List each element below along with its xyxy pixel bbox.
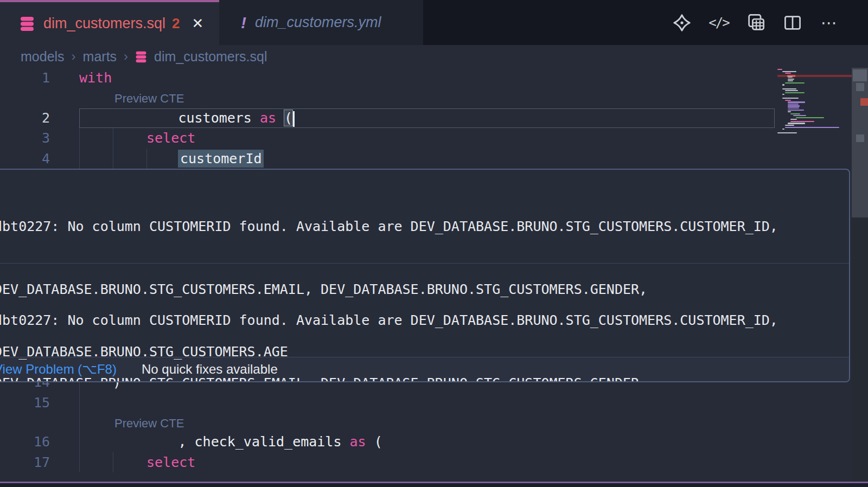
minimap-code-line (782, 98, 799, 99)
line-number[interactable]: 15 (0, 393, 50, 413)
error-exclamation-icon: ! (241, 14, 246, 32)
minimap-code-line (777, 69, 782, 70)
overview-ruler-mark (856, 134, 864, 142)
minimap-code-line (788, 101, 805, 102)
scrollbar[interactable] (852, 68, 868, 487)
minimap-code-line (782, 71, 796, 72)
line-number[interactable]: 16 (0, 432, 50, 452)
minimap-code-line (788, 105, 800, 106)
minimap-code-line (785, 82, 805, 84)
diagnostic-message-1: dbt0227: No column CUSTOMERID found. Ava… (0, 170, 849, 263)
database-icon (20, 16, 35, 32)
split-editor-icon[interactable] (782, 12, 803, 33)
minimap-code-line (785, 92, 805, 93)
chevron-right-icon: › (72, 49, 76, 64)
minimap-code-line (788, 110, 804, 111)
window-edge (0, 483, 868, 487)
query-results-icon[interactable] (745, 12, 766, 33)
code-line-16[interactable]: 16 , check_valid_emails as ( (0, 432, 776, 452)
minimap-code-line (782, 129, 784, 130)
line-number[interactable]: 1 (0, 68, 50, 88)
overview-ruler-mark (853, 69, 867, 81)
view-problem-link[interactable]: View Problem (⌥F8) (0, 362, 117, 377)
minimap-code-line (782, 94, 784, 95)
code-editor[interactable]: 1 with Preview CTE 2 customers as ( 3 se… (0, 68, 868, 487)
dbt-logo-icon[interactable] (672, 12, 692, 33)
breadcrumb-item-file[interactable]: dim_customers.sql (154, 49, 267, 65)
minimap-code-line (790, 113, 800, 114)
minimap-code-line (785, 90, 798, 91)
minimap-code-line (788, 111, 791, 112)
tab-problem-badge: 2 (172, 15, 180, 32)
minimap-code-line (788, 80, 793, 81)
tab-dim-customers-sql[interactable]: dim_customers.sql 2 ✕ (0, 0, 219, 45)
code-line-15[interactable]: 15 (0, 393, 776, 413)
line-number-active[interactable]: 2 (0, 108, 50, 129)
tab-bar: dim_customers.sql 2 ✕ ! dim_customers.ym… (0, 0, 868, 45)
minimap-code-line (788, 76, 793, 78)
chevron-right-icon: › (124, 49, 128, 64)
code-line-3[interactable]: 3 select (0, 128, 776, 149)
breadcrumb-item-marts[interactable]: marts (83, 49, 117, 65)
database-icon (135, 50, 147, 63)
tab-title: dim_customers.yml (255, 14, 381, 31)
tab-dim-customers-yml[interactable]: ! dim_customers.yml (219, 0, 423, 45)
minimap-code-line (788, 79, 794, 80)
line-number[interactable]: 4 (0, 149, 50, 169)
minimap-code-line (785, 73, 791, 74)
minimap-code-line (788, 107, 799, 108)
minimap-code-line (793, 115, 806, 116)
minimap-code-line (782, 88, 796, 89)
code-line-17[interactable]: 17 select (0, 452, 776, 473)
close-icon[interactable]: ✕ (192, 15, 204, 32)
compiled-code-icon[interactable]: </> (709, 12, 729, 33)
minimap-code-line (782, 84, 784, 85)
editor-actions: </> ⋯ (672, 0, 840, 45)
code-line-4[interactable]: 4 customerId (0, 149, 776, 169)
minimap-code-line (785, 125, 794, 126)
code-line-1[interactable]: 1 with (0, 68, 776, 88)
minimap-code-line (790, 121, 814, 122)
minimap-code-line (788, 123, 805, 124)
minimap-code-line (777, 132, 797, 133)
breadcrumb-item-models[interactable]: models (21, 49, 65, 65)
bracket-match-highlight: ( (284, 110, 292, 126)
error-hover-popup[interactable]: dbt0227: No column CUSTOMERID found. Ava… (0, 169, 850, 382)
minimap-code-line (785, 100, 791, 101)
no-quick-fixes-text: No quick fixes available (142, 362, 278, 377)
minimap-code-line (788, 104, 799, 105)
breadcrumb: models › marts › dim_customers.sql (0, 45, 868, 68)
overview-ruler-mark (856, 83, 864, 91)
editor-window: dim_customers.sql 2 ✕ ! dim_customers.ym… (0, 0, 868, 487)
minimap-code-line (796, 117, 824, 118)
minimap-code-line (790, 119, 797, 120)
text-cursor (293, 111, 295, 127)
line-number[interactable]: 3 (0, 128, 50, 149)
minimap-code-line (785, 127, 839, 128)
more-actions-icon[interactable]: ⋯ (819, 12, 840, 33)
code-line-2[interactable]: 2 customers as ( (0, 108, 776, 129)
tab-title: dim_customers.sql (43, 15, 165, 32)
overview-ruler-error-mark (860, 98, 868, 106)
line-number[interactable]: 17 (0, 452, 50, 473)
